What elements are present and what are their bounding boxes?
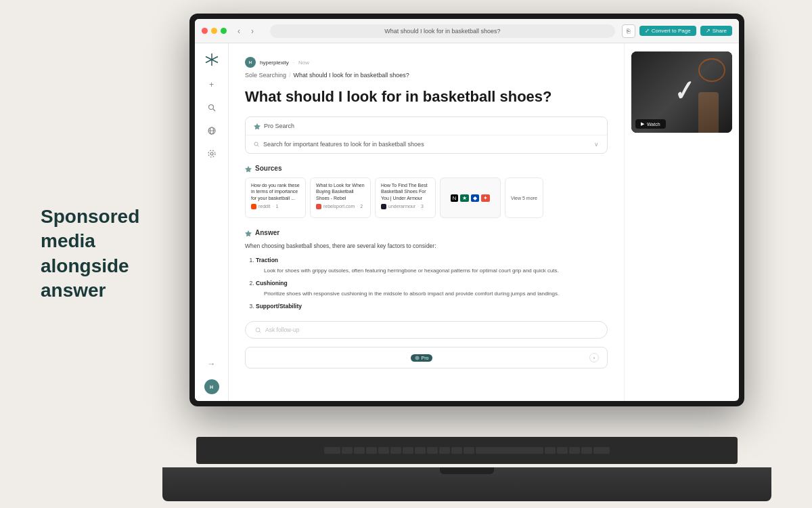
maximize-dot[interactable] [221,28,227,34]
address-bar[interactable]: What should I look for in basketball sho… [270,24,615,38]
app-area: + → H [195,43,739,401]
sidebar-nav-icon[interactable]: → [204,356,219,371]
watch-button[interactable]: ▶ Watch [635,119,666,129]
share-button[interactable]: ↗ Share [700,26,732,36]
answer-icon [245,230,252,236]
sources-section: Sources How do you rank these in terms o… [245,165,608,218]
pro-search-title: Pro Search [264,123,294,129]
view-more-button[interactable]: View 5 more [505,177,543,218]
svg-point-17 [415,356,419,360]
svg-line-12 [258,146,259,147]
svg-point-11 [254,142,258,146]
source-site-1: reddit [258,204,271,209]
pro-search-header: Pro Search [246,117,607,135]
svg-marker-13 [245,166,252,172]
answer-item-2: Cushioning Prioritize shoes with respons… [256,279,608,298]
followup-icon [255,327,261,333]
sidebar-search-icon[interactable] [204,100,219,115]
left-text-line1: Sponsored media [41,206,139,251]
view-more-label: View 5 more [511,196,537,200]
main-content[interactable]: H hyperplexity · Now Sole Searching / Wh… [229,43,624,401]
source-num-1: 1 [275,204,278,209]
expand-icon[interactable]: ∨ [594,141,599,148]
ad-panel: AD ✓ ▶ Watch [624,43,739,401]
key [324,447,340,454]
search-small-icon [254,142,259,147]
minimize-dot[interactable] [211,28,217,34]
keyboard [196,437,738,464]
screen-content: ‹ › What should I look for in basketball… [195,19,739,401]
answer-section: Answer When choosing basketball shoes, t… [245,229,608,310]
sidebar-add-icon[interactable]: + [204,77,219,92]
answer-list: Traction Look for shoes with grippy outs… [245,256,608,310]
answer-item-3: Support/Stability [256,302,608,311]
page-title: What should I look for in basketball sho… [245,88,608,106]
ua-favicon [381,204,386,209]
spacebar [476,447,543,454]
browser-chrome: ‹ › What should I look for in basketball… [195,19,739,43]
source-card-1[interactable]: How do you rank these in terms of import… [245,177,306,218]
pro-dot-icon [415,356,420,360]
sidebar-globe-icon[interactable] [204,123,219,138]
breadcrumb-parent[interactable]: Sole Searching [245,72,286,79]
convert-label: Convert to Page [652,28,691,34]
username: hyperplexity [260,60,289,66]
brand-icon-4: ✦ [481,194,490,202]
pro-search-box: Pro Search Search for important features… [245,117,608,154]
reddit-favicon [251,204,256,209]
answer-intro: When choosing basketball shoes, there ar… [245,242,608,251]
screen-bezel: ‹ › What should I look for in basketball… [189,14,744,406]
key [581,447,592,454]
forward-arrow[interactable]: › [247,26,258,37]
svg-line-4 [213,109,215,111]
source-icons-card[interactable]: N ★ ◆ ✦ [440,177,501,218]
key [342,447,353,454]
svg-line-16 [259,331,261,333]
source-card-2[interactable]: What to Look for When Buying Basketball … [310,177,371,218]
source-site-2: rebelsport.com [323,204,355,209]
address-text: What should I look for in basketball sho… [384,28,500,35]
sources-icon [245,165,252,172]
source-card-3[interactable]: How To Find The Best Basketball Shoes Fo… [375,177,436,218]
key [366,447,377,454]
pro-search-icon [254,123,261,129]
key [439,447,450,454]
sources-title: Sources [255,165,281,172]
pro-search-item: Search for important features to look fo… [246,135,607,153]
post-time: Now [298,60,309,66]
breadcrumb-sep: / [289,72,291,79]
close-dot[interactable] [202,28,208,34]
answer-title: Answer [255,229,279,236]
svg-point-8 [210,152,213,155]
key [557,447,568,454]
watch-label: Watch [647,122,660,127]
hand-decoration [698,92,719,133]
pro-expand-btn[interactable]: › [589,353,599,362]
breadcrumb-current: What should I look for in basketball sho… [294,72,409,79]
source-title-2: What to Look for When Buying Basketball … [316,182,365,200]
pro-badge-label: Pro [422,356,429,360]
nike-swoosh: ✓ [669,76,696,108]
laptop-base [162,467,771,501]
time-separator: · [293,60,294,66]
source-meta-2: rebelsport.com · 2 [316,204,365,209]
browser-controls [202,28,227,34]
key [569,447,580,454]
ad-image: ✓ ▶ Watch [631,51,732,133]
bookmark-button[interactable]: ⎘ [622,24,635,38]
sidebar-avatar[interactable]: H [204,379,219,394]
followup-input[interactable]: Ask follow-up [245,321,608,339]
answer-point-detail-2: Prioritize shoes with responsive cushion… [264,290,608,298]
sources-header: Sources [245,165,608,172]
breadcrumb: Sole Searching / What should I look for … [245,72,608,79]
share-label: Share [713,28,727,34]
convert-to-page-button[interactable]: ⤢ Convert to Page [639,26,696,36]
user-avatar: H [245,57,256,68]
key [464,447,474,454]
followup-placeholder: Ask follow-up [265,326,300,333]
sidebar-settings-icon[interactable] [204,146,219,161]
laptop-container: ‹ › What should I look for in basketball… [176,7,785,501]
back-arrow[interactable]: ‹ [233,26,244,37]
sidebar: + → H [195,43,229,401]
brand-icons-row: N ★ ◆ ✦ [451,194,491,202]
